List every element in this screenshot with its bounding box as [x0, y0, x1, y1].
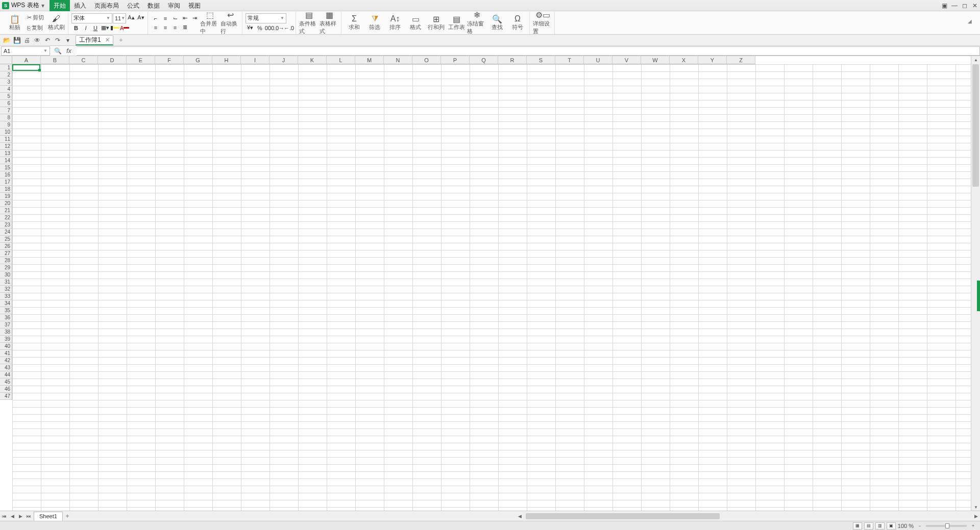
format-painter-button[interactable]: 🖌 格式刷	[46, 13, 66, 33]
fx-search-icon[interactable]: 🔍	[53, 46, 62, 56]
scroll-up-icon[interactable]: ▲	[971, 56, 980, 63]
bold-button[interactable]: B	[71, 23, 81, 33]
col-header-Q[interactable]: Q	[470, 56, 498, 64]
hscroll-left-icon[interactable]: ◀	[516, 512, 524, 520]
row-header-1[interactable]: 1	[0, 64, 12, 71]
comma-icon[interactable]: 000	[265, 23, 274, 33]
zoom-in-icon[interactable]: ＋	[969, 522, 977, 530]
col-header-V[interactable]: V	[612, 56, 641, 64]
col-header-X[interactable]: X	[670, 56, 698, 64]
row-header-5[interactable]: 5	[0, 93, 12, 100]
row-header-28[interactable]: 28	[0, 257, 12, 264]
indent-increase-icon[interactable]: ⇥	[190, 14, 199, 23]
row-header-38[interactable]: 38	[0, 329, 12, 336]
view-reading-icon[interactable]: ▣	[887, 522, 896, 529]
col-header-K[interactable]: K	[298, 56, 327, 64]
col-header-W[interactable]: W	[641, 56, 670, 64]
fx-icon[interactable]: fx	[64, 46, 74, 56]
decrease-decimal-icon[interactable]: ←.0	[284, 23, 293, 33]
row-header-7[interactable]: 7	[0, 107, 12, 114]
row-header-2[interactable]: 2	[0, 71, 12, 79]
underline-button[interactable]: U	[91, 23, 100, 33]
hscroll-thumb[interactable]	[526, 513, 720, 519]
row-header-9[interactable]: 9	[0, 121, 12, 129]
increase-decimal-icon[interactable]: .0→	[275, 23, 284, 33]
row-header-27[interactable]: 27	[0, 250, 12, 257]
row-header-20[interactable]: 20	[0, 200, 12, 207]
view-break-icon[interactable]: ▥	[875, 522, 885, 529]
hscroll-right-icon[interactable]: ▶	[972, 512, 980, 520]
col-header-C[interactable]: C	[69, 56, 98, 64]
row-header-21[interactable]: 21	[0, 207, 12, 214]
col-header-G[interactable]: G	[184, 56, 212, 64]
zoom-slider[interactable]	[926, 525, 967, 527]
align-center-icon[interactable]: ≡	[161, 23, 170, 32]
col-header-O[interactable]: O	[412, 56, 441, 64]
row-header-37[interactable]: 37	[0, 321, 12, 329]
row-header-30[interactable]: 30	[0, 271, 12, 279]
paste-button[interactable]: 📋 粘贴	[5, 13, 24, 33]
col-header-H[interactable]: H	[212, 56, 241, 64]
col-header-U[interactable]: U	[584, 56, 612, 64]
row-header-44[interactable]: 44	[0, 371, 12, 378]
view-page-icon[interactable]: ▤	[864, 522, 873, 529]
add-sheet-button[interactable]: ＋	[63, 512, 72, 520]
col-header-N[interactable]: N	[384, 56, 412, 64]
settings-button[interactable]: ⚙▭详细设置	[533, 13, 552, 33]
menu-审阅[interactable]: 审阅	[164, 0, 184, 11]
row-header-12[interactable]: 12	[0, 143, 12, 150]
side-panel-handle[interactable]	[977, 281, 980, 311]
row-header-19[interactable]: 19	[0, 193, 12, 200]
formula-input[interactable]	[77, 46, 980, 56]
format-button[interactable]: ▭格式	[406, 13, 425, 33]
row-header-42[interactable]: 42	[0, 357, 12, 364]
symbol-button[interactable]: Ω符号	[508, 13, 527, 33]
col-header-A[interactable]: A	[12, 56, 41, 64]
percent-icon[interactable]: %	[255, 23, 264, 33]
quick-dropdown-icon[interactable]: ▾	[63, 36, 72, 45]
row-header-8[interactable]: 8	[0, 114, 12, 121]
col-header-P[interactable]: P	[441, 56, 470, 64]
zoom-knob[interactable]	[945, 523, 949, 528]
menu-插入[interactable]: 插入	[70, 0, 90, 11]
menu-视图[interactable]: 视图	[184, 0, 205, 11]
table-style-button[interactable]: ▦表格样式	[320, 13, 339, 33]
row-header-4[interactable]: 4	[0, 86, 12, 93]
row-header-15[interactable]: 15	[0, 164, 12, 171]
font-size-combo[interactable]: 11▼	[113, 13, 126, 23]
col-header-J[interactable]: J	[270, 56, 298, 64]
row-header-46[interactable]: 46	[0, 386, 12, 393]
italic-button[interactable]: I	[81, 23, 90, 33]
row-header-3[interactable]: 3	[0, 79, 12, 86]
sheet-tab[interactable]: Sheet1	[34, 512, 63, 521]
row-header-41[interactable]: 41	[0, 350, 12, 357]
find-button[interactable]: 🔍查找	[487, 13, 507, 33]
active-cell[interactable]	[12, 64, 40, 71]
col-header-R[interactable]: R	[498, 56, 527, 64]
row-header-39[interactable]: 39	[0, 336, 12, 343]
menu-数据[interactable]: 数据	[143, 0, 164, 11]
sort-button[interactable]: A↕排序	[385, 13, 405, 33]
row-header-17[interactable]: 17	[0, 179, 12, 186]
row-header-16[interactable]: 16	[0, 171, 12, 179]
row-header-6[interactable]: 6	[0, 100, 12, 107]
row-header-18[interactable]: 18	[0, 186, 12, 193]
merge-center-button[interactable]: ⬚合并居中	[200, 13, 219, 33]
border-button[interactable]: ▦▾	[101, 23, 110, 33]
cells-area[interactable]	[12, 64, 971, 511]
select-all-button[interactable]	[0, 56, 12, 64]
currency-icon[interactable]: ¥▾	[246, 23, 255, 33]
row-header-35[interactable]: 35	[0, 307, 12, 314]
row-header-33[interactable]: 33	[0, 293, 12, 300]
scroll-down-icon[interactable]: ▼	[971, 503, 980, 511]
redo-icon[interactable]: ↷	[53, 36, 62, 45]
worksheet-button[interactable]: ▤工作表	[447, 13, 466, 33]
zoom-out-icon[interactable]: −	[916, 522, 924, 530]
sheet-prev-icon[interactable]: ◀	[8, 512, 16, 520]
wrap-text-button[interactable]: ↩自动换行	[220, 13, 240, 33]
menu-公式[interactable]: 公式	[123, 0, 143, 11]
sheet-next-icon[interactable]: ▶	[16, 512, 24, 520]
menu-页面布局[interactable]: 页面布局	[90, 0, 123, 11]
row-header-45[interactable]: 45	[0, 378, 12, 386]
col-header-I[interactable]: I	[241, 56, 270, 64]
